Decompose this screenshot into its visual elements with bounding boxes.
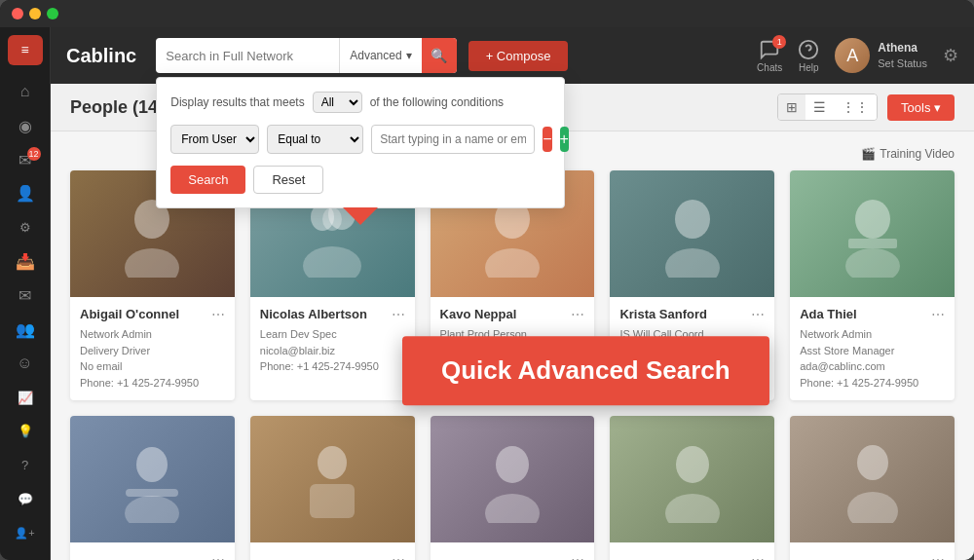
person-role: Learn Dev Spec <box>260 326 405 343</box>
person-photo <box>610 170 774 297</box>
sidebar-item-home[interactable]: ⌂ <box>8 77 43 107</box>
advanced-toggle[interactable]: Advanced ▾ <box>339 38 421 73</box>
app-header: Cablinc Advanced ▾ 🔍 Display <box>51 27 974 84</box>
person-menu-button[interactable]: ⋯ <box>211 552 225 560</box>
app-container: ≡ ⌂ ◉ ✉ 12 👤 ⚙ 📥 ✉ 👥 ☺ 📈 💡 ? 💬 👤+ Cablin <box>0 27 974 560</box>
svg-point-12 <box>855 200 890 239</box>
svg-point-14 <box>845 248 900 278</box>
person-menu-button[interactable]: ⋯ <box>571 307 584 322</box>
person-menu-button[interactable]: ⋯ <box>211 307 225 322</box>
chats-label: Chats <box>757 62 782 73</box>
training-video-label: Training Video <box>880 147 955 161</box>
grid-view-button[interactable]: ⊞ <box>778 94 805 120</box>
sidebar-item-mail[interactable]: ✉ 12 <box>8 145 43 175</box>
person-menu-button[interactable]: ⋯ <box>751 307 765 322</box>
settings-button[interactable]: ⚙ <box>943 45 958 66</box>
help-button[interactable]: Help <box>798 39 819 73</box>
sub-header-actions: ⊞ ☰ ⋮⋮ Tools ▾ <box>777 93 955 121</box>
person-info: ⋯ <box>70 542 235 560</box>
quick-advanced-search-banner: Quick Advanced Search <box>402 336 769 405</box>
list-item[interactable]: ⋯ <box>610 416 774 560</box>
person-photo <box>250 416 415 542</box>
person-photo <box>610 416 774 542</box>
list-item[interactable]: ⋯ <box>250 416 415 560</box>
filter-value-input[interactable] <box>371 125 535 154</box>
list-view-button[interactable]: ☰ <box>805 94 834 120</box>
chats-button[interactable]: 1 Chats <box>757 39 782 73</box>
search-button[interactable]: 🔍 <box>422 38 457 73</box>
person-info: ⋯ <box>610 542 774 560</box>
list-item[interactable]: ⋯ <box>70 416 235 560</box>
person-info: Abigail O'connel ⋯ Network Admin Deliver… <box>70 297 235 400</box>
svg-point-20 <box>496 446 529 483</box>
sidebar-item-globe[interactable]: ◉ <box>8 111 43 141</box>
svg-point-18 <box>318 446 347 479</box>
sidebar-item-chart[interactable]: 📈 <box>8 383 43 413</box>
person-email: No email <box>80 358 225 375</box>
person-name-row: Kavo Neppal ⋯ <box>440 307 585 322</box>
person-name-row: Ada Thiel ⋯ <box>800 307 945 322</box>
user-profile[interactable]: A Athena Set Status <box>835 38 927 73</box>
person-photo <box>70 416 235 542</box>
person-detail: Delivery Driver <box>80 343 225 359</box>
person-photo <box>790 416 955 542</box>
condition-select[interactable]: All Any <box>313 92 362 113</box>
svg-point-15 <box>136 447 168 482</box>
sidebar-item-org[interactable]: ⚙ <box>8 212 43 243</box>
sidebar-item-bulb[interactable]: 💡 <box>8 416 43 446</box>
help-label: Help <box>799 62 819 73</box>
person-menu-button[interactable]: ⋯ <box>392 307 405 322</box>
sidebar-item-people[interactable]: 👤 <box>8 178 43 208</box>
minimize-button[interactable] <box>29 8 41 19</box>
svg-point-10 <box>675 200 710 239</box>
person-role: Network Admin <box>800 326 945 343</box>
sidebar-item-team[interactable]: 👥 <box>8 315 43 345</box>
person-name-row: ⋯ <box>619 552 765 560</box>
list-item[interactable]: ⋯ <box>790 416 955 560</box>
compose-button[interactable]: + Compose <box>468 41 569 71</box>
person-menu-button[interactable]: ⋯ <box>392 552 405 560</box>
chats-badge: 1 <box>772 35 786 49</box>
svg-point-9 <box>485 248 540 278</box>
person-menu-button[interactable]: ⋯ <box>571 552 584 560</box>
search-submit-button[interactable]: Search <box>170 166 245 194</box>
sidebar-logo[interactable]: ≡ <box>8 35 43 65</box>
person-menu-button[interactable]: ⋯ <box>931 307 945 322</box>
filter-row: From User To User Equal to Not equal to … <box>170 125 550 154</box>
reset-button[interactable]: Reset <box>253 166 323 194</box>
tools-button[interactable]: Tools ▾ <box>887 94 955 121</box>
sidebar-item-add-user[interactable]: 👤+ <box>8 518 43 548</box>
svg-point-11 <box>665 248 720 278</box>
close-button[interactable] <box>12 8 23 19</box>
list-item[interactable]: ⋯ <box>431 416 595 560</box>
svg-point-24 <box>857 445 888 480</box>
list-item[interactable]: Ada Thiel ⋯ Network Admin Asst Store Man… <box>790 170 955 400</box>
person-name-row: ⋯ <box>800 552 945 560</box>
sidebar-item-inbox[interactable]: 📥 <box>8 246 43 277</box>
person-silhouette <box>298 435 366 523</box>
add-filter-button[interactable]: + <box>560 127 569 152</box>
person-name-row: ⋯ <box>440 552 585 560</box>
person-menu-button[interactable]: ⋯ <box>931 552 945 560</box>
person-name: Ada Thiel <box>800 307 857 321</box>
person-info: ⋯ <box>250 542 415 560</box>
operator-select[interactable]: Equal to Not equal to <box>267 125 363 154</box>
condition-suffix: of the following conditions <box>370 95 504 109</box>
search-input[interactable] <box>156 49 339 63</box>
field-select[interactable]: From User To User <box>170 125 259 154</box>
sidebar-item-chat[interactable]: 💬 <box>8 484 43 514</box>
maximize-button[interactable] <box>47 8 58 19</box>
sidebar-item-messages[interactable]: ✉ <box>8 280 43 311</box>
person-info: ⋯ <box>790 542 955 560</box>
user-info: Athena Set Status <box>878 40 927 71</box>
person-info: Ada Thiel ⋯ Network Admin Asst Store Man… <box>790 297 955 400</box>
sidebar-item-emoji[interactable]: ☺ <box>8 349 43 379</box>
person-name: Krista Sanford <box>619 307 707 321</box>
remove-filter-button[interactable]: − <box>543 127 551 152</box>
person-phone: Phone: +1 425-274-9950 <box>260 358 405 375</box>
svg-rect-13 <box>848 239 897 248</box>
person-menu-button[interactable]: ⋯ <box>751 552 765 560</box>
sidebar-item-help[interactable]: ? <box>8 450 43 480</box>
svg-point-6 <box>322 207 342 231</box>
org-view-button[interactable]: ⋮⋮ <box>834 94 877 120</box>
